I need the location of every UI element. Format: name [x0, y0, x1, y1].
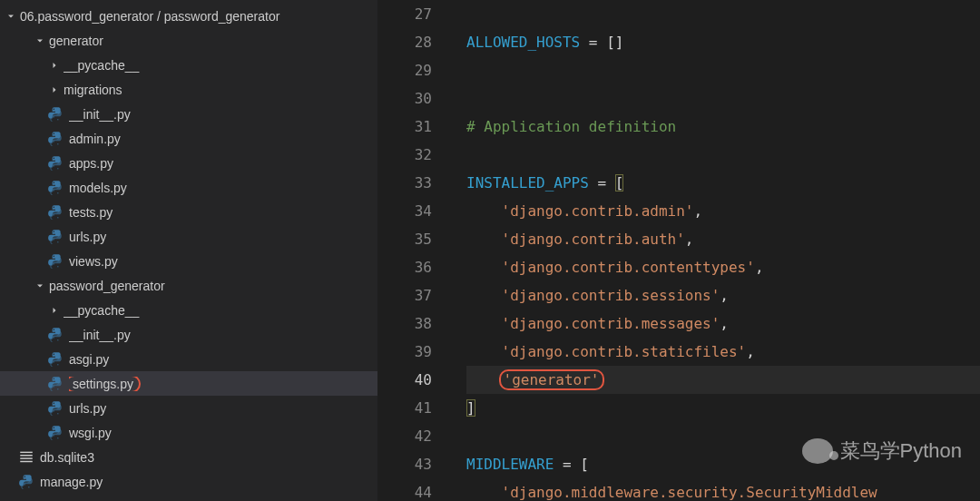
folder-label: migrations: [64, 83, 377, 97]
code-line[interactable]: [466, 141, 980, 169]
file-item[interactable]: apps.py: [0, 151, 377, 175]
line-gutter: 27282930313233343536373839404142434445: [377, 0, 448, 501]
code-line[interactable]: 'django.contrib.contenttypes',: [466, 253, 980, 281]
folder-item[interactable]: password_generator: [0, 273, 377, 298]
python-file-icon: [47, 376, 64, 392]
file-label: views.py: [69, 254, 377, 269]
python-file-icon: [47, 204, 64, 221]
line-number: 43: [377, 450, 432, 478]
python-file-icon: [47, 229, 64, 245]
file-item[interactable]: tests.py: [0, 200, 377, 224]
python-file-icon: [47, 180, 64, 196]
line-number: 37: [377, 281, 432, 309]
line-number: 34: [377, 197, 432, 225]
code-area[interactable]: ALLOWED_HOSTS = [] # Application definit…: [448, 0, 980, 501]
file-item[interactable]: admin.py: [0, 126, 377, 151]
code-line[interactable]: 'generator': [466, 366, 980, 394]
line-number: 29: [377, 56, 432, 84]
file-label: settings.py: [69, 377, 377, 391]
code-line[interactable]: # Application definition: [466, 113, 980, 141]
chevron-down-icon: [33, 279, 47, 293]
line-number: 33: [377, 169, 432, 197]
line-number: 42: [377, 422, 432, 450]
watermark: 菜鸟学Python: [802, 437, 963, 465]
file-item[interactable]: db.sqlite3: [0, 445, 377, 469]
chevron-down-icon: [33, 34, 47, 48]
chevron-down-icon: [4, 9, 18, 24]
folder-item[interactable]: migrations: [0, 77, 377, 102]
file-item[interactable]: urls.py: [0, 396, 377, 420]
file-label: urls.py: [69, 230, 377, 244]
line-number: 30: [377, 84, 432, 113]
line-number: 31: [377, 113, 432, 141]
folder-item[interactable]: __pycache__: [0, 298, 377, 322]
folder-label: __pycache__: [64, 303, 377, 318]
file-item[interactable]: urls.py: [0, 224, 377, 249]
file-label: __init__.py: [69, 107, 377, 122]
file-label: __init__.py: [69, 328, 377, 342]
file-label: urls.py: [69, 401, 377, 416]
folder-label: 06.password_generator / password_generat…: [20, 9, 377, 24]
code-line[interactable]: [466, 56, 980, 84]
file-label: manage.py: [40, 475, 377, 489]
chevron-right-icon: [47, 58, 62, 73]
code-line[interactable]: ALLOWED_HOSTS = []: [466, 28, 980, 56]
file-explorer[interactable]: 06.password_generator / password_generat…: [0, 0, 377, 501]
folder-item[interactable]: generator: [0, 28, 377, 53]
file-item[interactable]: models.py: [0, 175, 377, 200]
chevron-right-icon: [47, 83, 62, 97]
file-label: apps.py: [69, 156, 377, 171]
code-line[interactable]: 'django.contrib.messages',: [466, 309, 980, 338]
code-line[interactable]: 'django.contrib.admin',: [466, 197, 980, 225]
file-item[interactable]: settings.py: [0, 371, 377, 396]
code-editor[interactable]: 27282930313233343536373839404142434445 A…: [377, 0, 980, 501]
line-number: 28: [377, 28, 432, 56]
file-label: tests.py: [69, 205, 377, 220]
code-line[interactable]: [466, 84, 980, 113]
line-number: 40: [377, 366, 432, 394]
wechat-icon: [802, 438, 833, 464]
file-item[interactable]: __init__.py: [0, 102, 377, 126]
code-line[interactable]: ]: [466, 394, 980, 422]
line-number: 27: [377, 0, 432, 28]
line-number: 44: [377, 478, 432, 501]
code-line[interactable]: 'django.contrib.auth',: [466, 225, 980, 253]
python-file-icon: [18, 474, 34, 490]
file-item[interactable]: __init__.py: [0, 322, 377, 347]
file-item[interactable]: views.py: [0, 249, 377, 273]
python-file-icon: [47, 425, 64, 441]
folder-item[interactable]: __pycache__: [0, 53, 377, 77]
folder-label: password_generator: [49, 279, 377, 293]
code-line[interactable]: 'django.middleware.security.SecurityMidd…: [466, 478, 980, 501]
chevron-right-icon: [47, 303, 62, 318]
file-label: db.sqlite3: [40, 450, 377, 465]
file-item[interactable]: wsgi.py: [0, 420, 377, 445]
file-item[interactable]: asgi.py: [0, 347, 377, 371]
python-file-icon: [47, 351, 64, 368]
root-folder[interactable]: 06.password_generator / password_generat…: [0, 4, 377, 28]
file-item[interactable]: manage.py: [0, 469, 377, 494]
code-line[interactable]: INSTALLED_APPS = [: [466, 169, 980, 197]
python-file-icon: [47, 131, 64, 147]
code-line[interactable]: [466, 0, 980, 28]
line-number: 32: [377, 141, 432, 169]
python-file-icon: [47, 253, 64, 270]
watermark-text: 菜鸟学Python: [840, 437, 963, 465]
line-number: 38: [377, 309, 432, 338]
line-number: 39: [377, 338, 432, 366]
python-file-icon: [47, 106, 64, 123]
file-label: asgi.py: [69, 352, 377, 367]
python-file-icon: [47, 155, 64, 172]
code-line[interactable]: 'django.contrib.staticfiles',: [466, 338, 980, 366]
python-file-icon: [47, 327, 64, 343]
file-label: models.py: [69, 181, 377, 195]
file-label: admin.py: [69, 132, 377, 146]
file-label: wsgi.py: [69, 426, 377, 440]
folder-label: generator: [49, 34, 377, 48]
database-file-icon: [18, 449, 34, 466]
line-number: 41: [377, 394, 432, 422]
line-number: 36: [377, 253, 432, 281]
folder-label: __pycache__: [64, 58, 377, 73]
code-line[interactable]: 'django.contrib.sessions',: [466, 281, 980, 309]
line-number: 35: [377, 225, 432, 253]
